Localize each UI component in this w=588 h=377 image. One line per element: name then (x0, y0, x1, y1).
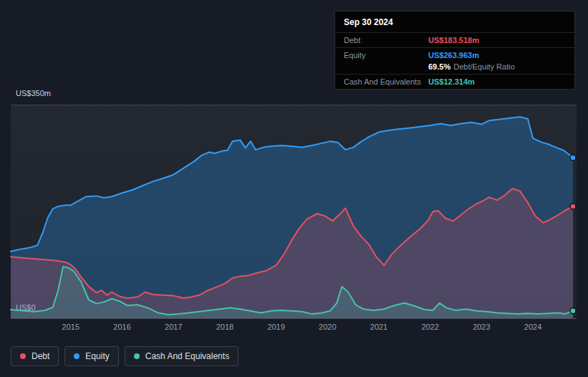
x-tick-label: 2018 (216, 323, 233, 331)
tooltip-date: Sep 30 2024 (335, 11, 574, 32)
x-tick-label: 2023 (473, 323, 490, 331)
legend-equity-label: Equity (85, 351, 109, 361)
tooltip-equity-value: US$263.963m (428, 51, 479, 59)
x-tick-label: 2021 (370, 323, 387, 331)
cash-legend-dot-icon (134, 353, 140, 359)
legend: Debt Equity Cash And Equivalents (11, 346, 238, 366)
x-tick-label: 2019 (267, 323, 284, 331)
tooltip-ratio-row: 69.5% Debt/Equity Ratio (335, 62, 574, 74)
tooltip-cash-row: Cash And Equivalents US$12.314m (335, 74, 574, 89)
y-axis-max-label: US$350m (16, 89, 51, 97)
tooltip-debt-label: Debt (344, 36, 428, 44)
chart-tooltip: Sep 30 2024 Debt US$183.518m Equity US$2… (334, 11, 575, 90)
x-tick-label: 2015 (62, 323, 79, 331)
x-axis: 2015201620172018201920202021202220232024 (0, 323, 588, 334)
legend-debt-label: Debt (32, 351, 49, 361)
legend-item-cash[interactable]: Cash And Equivalents (125, 346, 238, 366)
cash-end-marker (570, 308, 576, 314)
x-tick-label: 2024 (524, 323, 541, 331)
x-tick-label: 2020 (319, 323, 336, 331)
equity-legend-dot-icon (74, 353, 79, 359)
debt-end-marker (570, 204, 576, 209)
legend-item-equity[interactable]: Equity (64, 346, 118, 366)
tooltip-equity-label: Equity (344, 51, 428, 59)
x-tick-label: 2016 (113, 323, 130, 331)
legend-cash-label: Cash And Equivalents (145, 351, 229, 361)
chart-plot-area[interactable] (11, 105, 577, 319)
equity-end-marker (570, 155, 576, 161)
tooltip-ratio-value: 69.5% (428, 62, 450, 71)
tooltip-debt-row: Debt US$183.518m (335, 32, 574, 47)
tooltip-ratio-label: Debt/Equity Ratio (453, 62, 515, 71)
debt-legend-dot-icon (20, 353, 26, 359)
x-tick-label: 2017 (165, 323, 182, 331)
tooltip-debt-value: US$183.518m (428, 36, 479, 44)
debt-equity-history-chart: US$350m US$0 201520162017201820192020202… (0, 0, 588, 377)
x-tick-label: 2022 (421, 323, 438, 331)
tooltip-equity-row: Equity US$263.963m (335, 47, 574, 62)
tooltip-cash-label: Cash And Equivalents (344, 77, 428, 86)
chart-series-svg (11, 105, 577, 318)
legend-item-debt[interactable]: Debt (11, 346, 59, 366)
tooltip-cash-value: US$12.314m (428, 77, 475, 86)
